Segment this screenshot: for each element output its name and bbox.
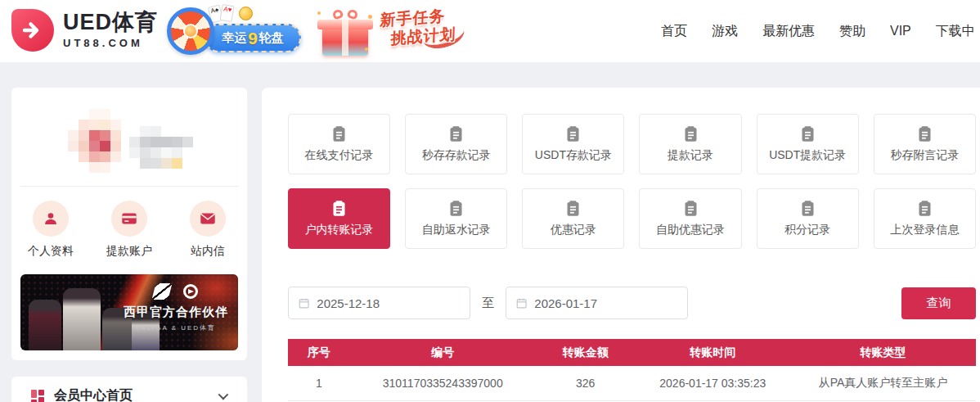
table-row: 1 3101170335243397000 326 2026-01-17 03:… xyxy=(288,366,976,400)
clipboard-icon xyxy=(916,200,933,217)
col-header-id: 编号 xyxy=(350,339,536,366)
cell-index: 1 xyxy=(288,366,350,400)
tab-flash-memo-records[interactable]: 秒存附言记录 xyxy=(874,114,976,174)
cell-id: 3101170335243397000 xyxy=(350,366,536,400)
nav-item-games[interactable]: 游戏 xyxy=(712,23,738,40)
partner-logos xyxy=(124,283,228,300)
roulette-wheel-icon xyxy=(167,7,214,55)
tab-withdrawal-records[interactable]: 提款记录 xyxy=(639,114,741,174)
player-silhouette xyxy=(63,288,101,350)
record-tabs: 在线支付记录 秒存存款记录 USDT存款记录 提款记录 USDT提款记录 秒存附… xyxy=(288,114,976,249)
tab-online-payment-records[interactable]: 在线支付记录 xyxy=(288,114,390,174)
tab-label: 优惠记录 xyxy=(551,223,596,237)
nav-item-home[interactable]: 首页 xyxy=(661,23,687,40)
username-blurred xyxy=(129,126,140,137)
tab-usdt-deposit-records[interactable]: USDT存款记录 xyxy=(522,114,624,174)
tab-last-login-info[interactable]: 上次登录信息 xyxy=(874,188,976,249)
divider xyxy=(20,186,238,187)
transfer-records-table: 序号 编号 转账金额 转账时间 转账类型 1 31011703352433970… xyxy=(288,339,976,401)
main-nav: 首页 游戏 最新优惠 赞助 VIP 下载中 xyxy=(661,0,975,62)
mail-icon xyxy=(190,201,226,237)
banner-title: 西甲官方合作伙伴 xyxy=(124,305,228,320)
lucky-wheel-promo[interactable]: A♠ A♥ 幸运 9 轮盘 xyxy=(167,5,303,57)
playing-card-icon: A♥ xyxy=(219,4,234,22)
tab-label: USDT提款记录 xyxy=(769,148,846,163)
profile-card: 个人资料 提款账户 站内信 西甲官方合作伙伴 LALIGA & UED体育 xyxy=(11,88,247,360)
brand-logo[interactable]: UED体育 UT88.COM xyxy=(11,9,158,52)
gift-text-line1: 新手任务 xyxy=(380,7,446,29)
nav-item-promotions[interactable]: 最新优惠 xyxy=(762,23,815,40)
clipboard-icon xyxy=(330,200,348,217)
date-filter-bar: 至 查询 xyxy=(288,287,976,319)
col-header-type: 转账类型 xyxy=(790,339,976,366)
member-center-label: 会员中心首页 xyxy=(54,387,133,402)
quick-link-label: 提款账户 xyxy=(106,244,152,259)
tab-self-promo-records[interactable]: 自助优惠记录 xyxy=(639,188,741,249)
gift-box-icon xyxy=(317,10,373,56)
avatar xyxy=(68,109,79,120)
tab-label: 自助返水记录 xyxy=(422,223,491,237)
tab-flash-deposit-records[interactable]: 秒存存款记录 xyxy=(405,114,507,174)
member-center-menu[interactable]: 会员中心首页 xyxy=(11,377,247,402)
tab-label: 自助优惠记录 xyxy=(656,223,725,237)
start-date-input[interactable] xyxy=(317,296,460,310)
clipboard-icon xyxy=(330,125,348,142)
nav-item-download[interactable]: 下载中 xyxy=(936,23,975,40)
top-header: UED体育 UT88.COM A♠ A♥ 幸运 9 轮盘 新手任务 挑战计划 xyxy=(0,0,980,62)
banner-subtitle: LALIGA & UED体育 xyxy=(124,323,228,332)
clipboard-icon xyxy=(682,125,699,142)
quick-links: 个人资料 提款账户 站内信 xyxy=(11,201,247,259)
newbie-task-label: 新手任务 挑战计划 xyxy=(379,7,456,49)
quick-link-label: 个人资料 xyxy=(28,244,74,259)
clipboard-icon xyxy=(447,125,465,142)
clipboard-icon xyxy=(447,200,465,217)
newbie-task-promo[interactable]: 新手任务 挑战计划 xyxy=(314,3,466,59)
clipboard-icon xyxy=(682,200,699,217)
tab-self-rebate-records[interactable]: 自助返水记录 xyxy=(405,188,507,249)
tab-label: 上次登录信息 xyxy=(890,223,959,237)
user-icon xyxy=(33,201,69,237)
date-range-to-label: 至 xyxy=(482,296,494,311)
tab-label: 户内转账记录 xyxy=(305,223,374,237)
clipboard-icon xyxy=(799,200,816,217)
quick-link-withdraw-account[interactable]: 提款账户 xyxy=(90,201,169,259)
cell-type: 从PA真人账户转至主账户 xyxy=(790,366,976,400)
tab-points-records[interactable]: 积分记录 xyxy=(757,188,859,249)
tab-label: 积分记录 xyxy=(784,223,830,237)
tab-label: 在线支付记录 xyxy=(305,148,374,163)
wheel-text-prefix: 幸运 xyxy=(222,30,246,46)
cell-time: 2026-01-17 03:35:23 xyxy=(636,366,790,400)
start-date-picker[interactable] xyxy=(288,287,470,319)
wheel-text-suffix: 轮盘 xyxy=(259,30,284,46)
member-center-card: 会员中心首页 xyxy=(11,377,247,402)
coin-icon xyxy=(239,7,253,20)
tab-label: 秒存存款记录 xyxy=(422,148,491,163)
chevron-down-icon xyxy=(218,390,229,400)
clipboard-icon xyxy=(564,125,582,142)
bank-card-icon xyxy=(111,201,147,237)
end-date-input[interactable] xyxy=(534,296,677,310)
quick-link-label: 站内信 xyxy=(191,244,225,259)
col-header-time: 转账时间 xyxy=(636,339,790,366)
nav-item-sponsorship[interactable]: 赞助 xyxy=(839,23,865,40)
quick-link-messages[interactable]: 站内信 xyxy=(169,201,247,259)
calendar-icon xyxy=(299,297,309,309)
cell-amount: 326 xyxy=(536,366,636,400)
nav-item-vip[interactable]: VIP xyxy=(890,24,911,38)
table-header-row: 序号 编号 转账金额 转账时间 转账类型 xyxy=(288,339,976,366)
brand-domain: UT88.COM xyxy=(63,37,158,49)
tab-label: 提款记录 xyxy=(668,148,713,163)
brand-title: UED体育 xyxy=(63,11,158,34)
tab-label: USDT存款记录 xyxy=(535,148,612,163)
ued-icon xyxy=(183,284,198,299)
tab-label: 秒存附言记录 xyxy=(890,148,959,163)
end-date-picker[interactable] xyxy=(506,287,688,319)
tab-internal-transfer-records[interactable]: 户内转账记录 xyxy=(288,188,390,249)
laliga-icon xyxy=(152,283,173,300)
laliga-partner-banner[interactable]: 西甲官方合作伙伴 LALIGA & UED体育 xyxy=(20,274,238,350)
tab-usdt-withdrawal-records[interactable]: USDT提款记录 xyxy=(757,114,859,174)
player-silhouette xyxy=(29,300,61,350)
tab-promo-records[interactable]: 优惠记录 xyxy=(522,188,624,249)
search-button[interactable]: 查询 xyxy=(901,287,976,319)
quick-link-profile[interactable]: 个人资料 xyxy=(11,201,90,259)
